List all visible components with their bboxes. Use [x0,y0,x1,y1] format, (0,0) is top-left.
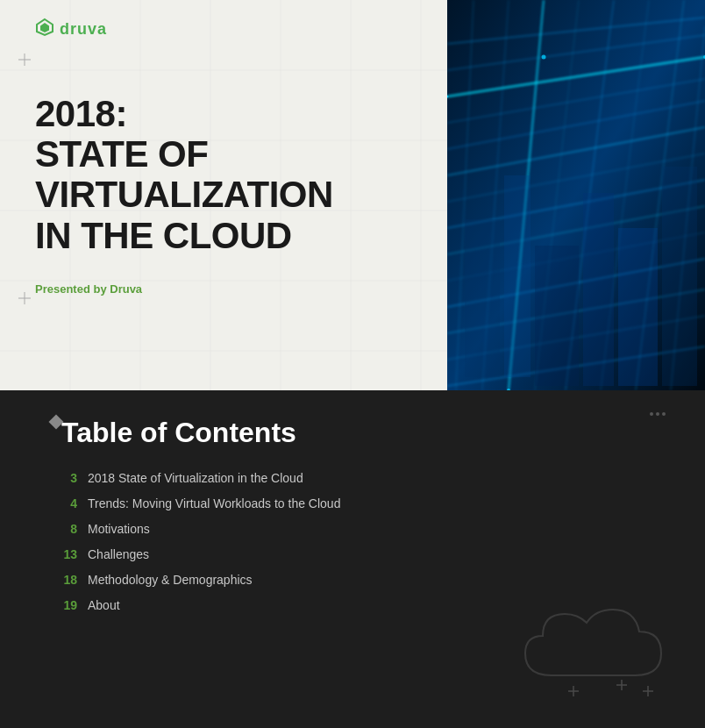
toc-item: 13Challenges [61,547,670,561]
tech-visual [447,0,705,390]
top-section: druva 2018: STATE OF VIRTUALIZATION IN T… [0,0,705,390]
svg-rect-40 [535,246,579,386]
logo-text: druva [60,20,107,39]
toc-item: 32018 State of Virtualization in the Clo… [61,471,670,485]
left-panel: druva 2018: STATE OF VIRTUALIZATION IN T… [0,0,447,390]
toc-label: Trends: Moving Virtual Workloads to the … [88,496,340,510]
toc-number: 3 [61,471,77,485]
svg-rect-42 [618,228,658,386]
toc-item: 4Trends: Moving Virtual Workloads to the… [61,496,670,510]
toc-number: 13 [61,547,77,561]
toc-label: About [88,598,120,612]
dots-decoration [650,412,666,416]
toc-title: Table of Contents [61,417,670,449]
toc-label: Methodology & Demographics [88,573,253,587]
toc-label: 2018 State of Virtualization in the Clou… [88,471,303,485]
druva-icon [35,18,54,41]
cloud-decoration [495,588,670,710]
svg-marker-12 [40,23,49,32]
toc-label: Motivations [88,522,150,536]
svg-point-44 [542,55,546,60]
toc-number: 4 [61,496,77,510]
svg-rect-38 [465,219,500,377]
bottom-section: Table of Contents 32018 State of Virtual… [0,390,705,728]
toc-item: 8Motivations [61,522,670,536]
svg-rect-43 [662,167,697,386]
toc-label: Challenges [88,547,149,561]
toc-number: 19 [61,598,77,612]
logo: druva [35,18,412,41]
toc-item: 18Methodology & Demographics [61,573,670,587]
main-title: 2018: STATE OF VIRTUALIZATION IN THE CLO… [35,94,412,256]
presented-by: Presented by Druva [35,282,412,296]
toc-number: 8 [61,522,77,536]
svg-rect-41 [583,193,614,386]
right-panel [447,0,705,390]
toc-number: 18 [61,573,77,587]
svg-rect-39 [504,175,531,377]
